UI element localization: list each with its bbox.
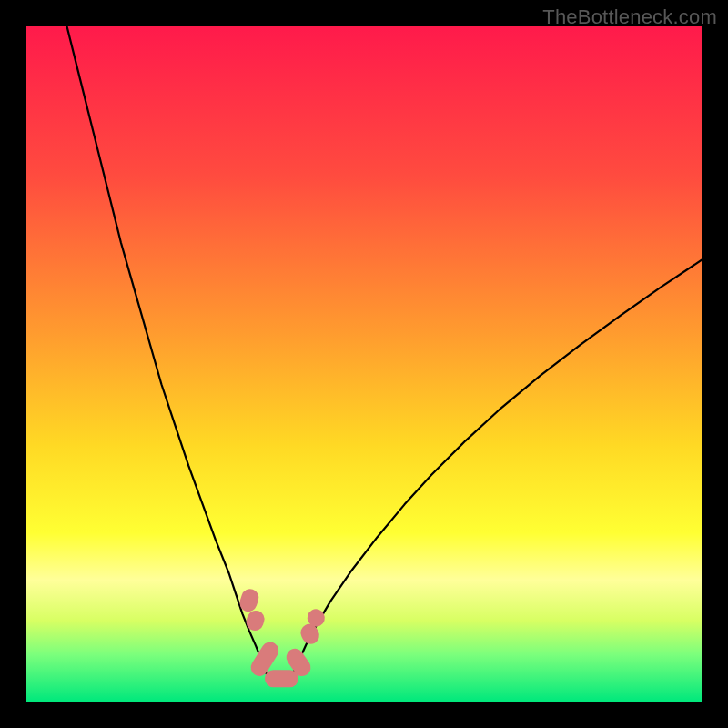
- marker-capsule: [265, 670, 298, 687]
- watermark-text: TheBottleneck.com: [542, 5, 717, 29]
- bottleneck-chart: [26, 26, 702, 702]
- gradient-background: [26, 26, 702, 702]
- svg-rect-3: [265, 670, 298, 687]
- plot-area: [26, 26, 702, 702]
- chart-frame: TheBottleneck.com: [0, 0, 728, 728]
